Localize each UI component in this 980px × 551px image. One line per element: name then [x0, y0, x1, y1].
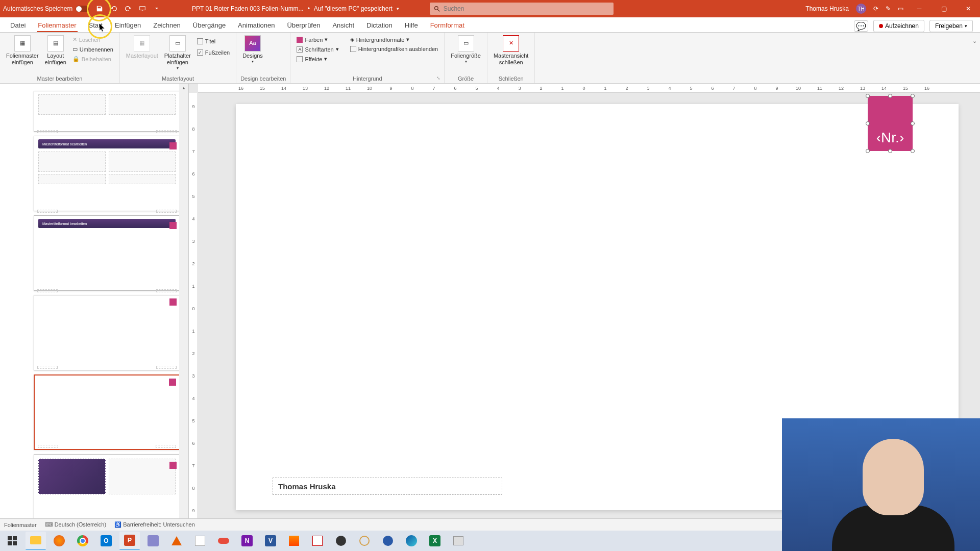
colors-button[interactable]: Farben ▾	[295, 35, 340, 44]
tab-animationen[interactable]: Animationen	[232, 18, 281, 32]
explorer-icon[interactable]	[26, 532, 46, 550]
slide-number-shape[interactable]: ⟳ ‹Nr.›	[868, 96, 913, 151]
saved-indicator: •	[308, 5, 310, 12]
powerpoint-icon[interactable]: P	[119, 532, 140, 550]
close-master-view-button[interactable]: ✕Masteransicht schließen	[492, 34, 530, 67]
maximize-button[interactable]: ▢	[935, 2, 952, 15]
svg-rect-4	[8, 541, 12, 545]
excel-icon[interactable]: X	[425, 532, 445, 550]
insert-layout-button[interactable]: ▤Layout einfügen	[43, 34, 68, 67]
layout-thumb-3[interactable]: Mastertitelformat bearbeiten	[34, 215, 180, 291]
tab-uebergaenge[interactable]: Übergänge	[187, 18, 232, 32]
footer-placeholder[interactable]: Thomas Hruska	[273, 478, 502, 495]
resize-handle-s[interactable]	[888, 149, 892, 153]
group-hintergrund: Hintergrund	[295, 74, 440, 83]
group-groesse: Größe	[449, 74, 483, 83]
vertical-ruler: 9876543210123456789	[189, 93, 198, 539]
visio-icon[interactable]: V	[260, 532, 281, 550]
designs-button[interactable]: AaDesigns▾	[240, 34, 265, 65]
vlc-icon[interactable]	[166, 532, 187, 550]
layout-thumb-4[interactable]	[34, 295, 180, 370]
close-button[interactable]: ✕	[960, 2, 977, 15]
present-icon[interactable]	[138, 4, 147, 13]
tab-formformat[interactable]: Formformat	[424, 18, 471, 32]
tab-ueberpruefen[interactable]: Überprüfen	[281, 18, 326, 32]
undo-icon[interactable]	[109, 4, 118, 13]
search-input[interactable]	[444, 5, 609, 12]
window-icon[interactable]: ▭	[898, 5, 903, 12]
app-icon-5[interactable]	[307, 532, 328, 550]
search-box[interactable]	[430, 3, 614, 15]
insert-slidemaster-button[interactable]: ▦Folienmaster einfügen	[4, 34, 41, 67]
save-icon[interactable]	[95, 4, 104, 13]
resize-handle-nw[interactable]	[866, 94, 870, 98]
resize-handle-w[interactable]	[866, 121, 870, 126]
app-icon-8[interactable]	[448, 532, 469, 550]
resize-handle-sw[interactable]	[866, 149, 870, 153]
outlook-icon[interactable]: O	[96, 532, 116, 550]
onenote-icon[interactable]: N	[237, 532, 257, 550]
obs-icon[interactable]	[331, 532, 351, 550]
layout-thumb-5-selected[interactable]	[34, 374, 180, 450]
draw-icon[interactable]: ✎	[886, 5, 891, 12]
fonts-button[interactable]: ASchriftarten ▾	[295, 45, 340, 54]
thumbnail-panel[interactable]: Mastertitelformat bearbeiten Mastertitel…	[0, 84, 189, 539]
app-icon-1[interactable]	[143, 532, 163, 550]
slide-size-button[interactable]: ▭Foliengröße▾	[449, 34, 483, 65]
app-icon-7[interactable]	[378, 532, 398, 550]
saved-location: Auf "diesem PC" gespeichert	[314, 5, 393, 12]
resize-handle-ne[interactable]	[911, 94, 915, 98]
app-icon-3[interactable]	[213, 532, 234, 550]
rename-button[interactable]: ▭ Umbenennen	[70, 45, 115, 54]
tab-hilfe[interactable]: Hilfe	[399, 18, 424, 32]
preserve-button: 🔒 Beibehalten	[70, 55, 115, 63]
chevron-down-icon[interactable]: ▾	[397, 6, 399, 11]
status-language[interactable]: ⌨ Deutsch (Österreich)	[45, 521, 107, 528]
resize-handle-se[interactable]	[911, 149, 915, 153]
hintergrund-dialog-launcher[interactable]: ⤡	[436, 76, 443, 82]
scroll-up-icon[interactable]: ▲	[179, 84, 188, 92]
share-button[interactable]: Freigeben▾	[929, 20, 973, 32]
collapse-ribbon-icon[interactable]: ⌄	[972, 38, 977, 44]
delete-button: ✕ Löschen	[70, 35, 115, 44]
tab-einfuegen[interactable]: Einfügen	[109, 18, 147, 32]
group-masterlayout: Masterlayout	[124, 74, 232, 83]
app-icon-4[interactable]	[284, 532, 304, 550]
slide-number-placeholder: ‹Nr.›	[876, 130, 904, 146]
resize-handle-e[interactable]	[911, 121, 915, 126]
chrome-icon[interactable]	[72, 532, 93, 550]
autosave-toggle[interactable]	[76, 6, 89, 12]
group-schliessen: Schließen	[492, 74, 530, 83]
insert-placeholder-button[interactable]: ▭Platzhalter einfügen▾	[162, 34, 193, 72]
layout-thumb-1[interactable]	[34, 91, 180, 132]
footers-checkbox[interactable]: Fußzeilen	[195, 48, 232, 57]
start-button[interactable]	[2, 532, 22, 550]
resize-handle-n[interactable]	[888, 94, 892, 98]
effects-button[interactable]: Effekte ▾	[295, 55, 340, 63]
comments-button[interactable]: 💬	[854, 20, 868, 32]
edge-icon[interactable]	[401, 532, 422, 550]
tab-zeichnen[interactable]: Zeichnen	[147, 18, 186, 32]
record-button[interactable]: Aufzeichnen	[873, 20, 924, 32]
background-styles-button[interactable]: ◈ Hintergrundformate ▾	[348, 35, 440, 44]
thumbnail-scrollbar[interactable]: ▲ ▼	[179, 84, 188, 539]
user-avatar[interactable]: TH	[856, 4, 866, 14]
more-icon[interactable]	[152, 4, 161, 13]
minimize-button[interactable]: ─	[911, 2, 928, 15]
tab-folienmaster[interactable]: Folienmaster	[32, 18, 82, 32]
redo-icon[interactable]	[124, 4, 133, 13]
firefox-icon[interactable]	[49, 532, 69, 550]
tab-datei[interactable]: Datei	[4, 18, 32, 32]
tab-ansicht[interactable]: Ansicht	[326, 18, 360, 32]
tab-dictation[interactable]: Dictation	[360, 18, 399, 32]
hide-bg-graphics-checkbox[interactable]: Hintergrundgrafiken ausblenden	[348, 45, 440, 53]
title-checkbox[interactable]: Titel	[195, 37, 232, 45]
status-accessibility[interactable]: ♿ Barrierefreiheit: Untersuchen	[114, 521, 195, 528]
user-name: Thomas Hruska	[805, 5, 849, 12]
svg-rect-2	[8, 536, 12, 540]
svg-rect-5	[13, 541, 17, 545]
sync-icon[interactable]: ⟳	[873, 5, 878, 12]
layout-thumb-2[interactable]: Mastertitelformat bearbeiten	[34, 136, 180, 211]
app-icon-6[interactable]	[354, 532, 375, 550]
app-icon-2[interactable]	[190, 532, 210, 550]
